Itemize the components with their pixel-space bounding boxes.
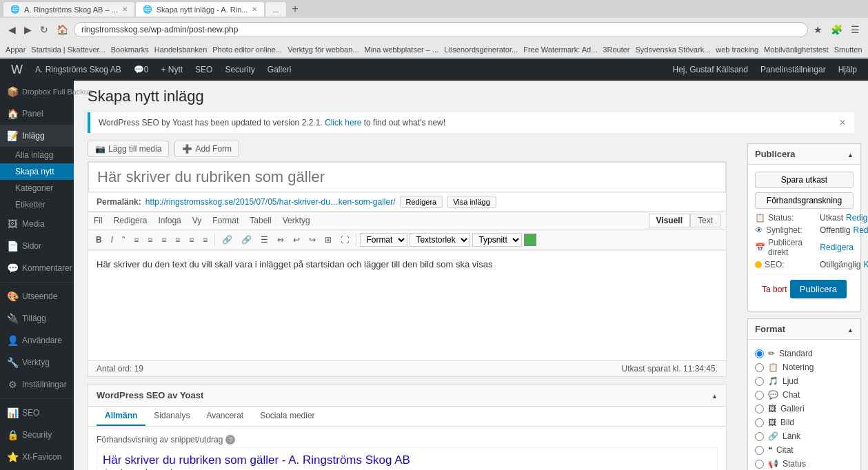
home-button[interactable]: 🏠 <box>54 23 71 37</box>
sidebar-item-kommentarer[interactable]: 💬 Kommentarer <box>0 257 74 279</box>
yoast-header[interactable]: WordPress SEO av Yoast <box>88 385 726 407</box>
link-button[interactable]: 🔗 <box>219 233 236 247</box>
wp-logo[interactable]: W <box>6 63 28 77</box>
typsnitt-select[interactable]: Typsnitt <box>472 233 522 247</box>
adminbar-galleri[interactable]: Galleri <box>262 59 297 81</box>
format-standard-radio[interactable] <box>755 349 764 358</box>
sidebar-item-utseende[interactable]: 🎨 Utseende <box>0 285 74 307</box>
ordered-list-button[interactable]: ≡ <box>144 233 156 247</box>
menu-tabell[interactable]: Tabell <box>250 216 271 225</box>
insert-more-button[interactable]: ☰ <box>257 233 272 247</box>
format-select[interactable]: Format <box>360 233 407 247</box>
preview-button[interactable]: Förhandsgranskning <box>755 192 854 209</box>
yoast-collapse-icon[interactable] <box>711 390 718 400</box>
permalink-url[interactable]: http://ringstromsskog.se/2015/07/05/har-… <box>145 197 396 207</box>
fullscreen-button[interactable]: ⇔ <box>274 233 287 247</box>
adminbar-seo[interactable]: SEO <box>190 59 218 81</box>
notice-close-icon[interactable]: ✕ <box>839 118 846 127</box>
bookmark-watermark[interactable]: Free Watermark: Ad... <box>523 45 597 54</box>
post-editor-body[interactable]: Här skriver du den text du vill skall va… <box>88 250 726 360</box>
browser-tab-1[interactable]: 🌐 A. Ringströms Skog AB – ... ✕ <box>3 1 135 17</box>
bookmark-appar[interactable]: Appar <box>6 45 26 54</box>
add-media-button[interactable]: 📷 Lägg till media <box>88 141 169 157</box>
delete-button[interactable]: Ta bort <box>762 285 787 294</box>
format-bild-radio[interactable] <box>755 418 764 427</box>
textstorlek-select[interactable]: Textstorlek <box>410 233 470 247</box>
sidebar-item-xt-favicon[interactable]: ⭐ Xt-Favicon <box>0 446 74 468</box>
reload-button[interactable]: ↻ <box>37 23 51 37</box>
sidebar-item-inlagg[interactable]: 📝 Inlägg <box>0 125 74 147</box>
bookmark-losenord[interactable]: Lösenordsgenerator... <box>444 45 518 54</box>
sidebar-item-installningar[interactable]: ⚙ Inställningar <box>0 374 74 396</box>
quote-button[interactable]: " <box>119 233 128 247</box>
undo-button[interactable]: ↩ <box>290 233 303 247</box>
table-button[interactable]: ⊞ <box>321 233 335 247</box>
format-notering-radio[interactable] <box>755 363 764 372</box>
bookmark-mina-webbplatser[interactable]: Mina webbplatser – ... <box>365 45 439 54</box>
format-lank-radio[interactable] <box>755 432 764 441</box>
format-ljud-radio[interactable] <box>755 377 764 386</box>
menu-verktyg[interactable]: Verktyg <box>283 216 310 225</box>
yoast-preview-help-icon[interactable]: ? <box>225 435 235 445</box>
permalink-edit-button[interactable]: Redigera <box>400 196 443 208</box>
back-button[interactable]: ◀ <box>6 23 19 37</box>
format-citat-radio[interactable] <box>755 446 764 455</box>
publish-metabox-header[interactable]: Publicera <box>748 144 860 165</box>
browser-tab-3[interactable]: ... <box>265 1 286 17</box>
visibility-edit-link[interactable]: Redigera <box>853 225 868 235</box>
yoast-tab-allmänn[interactable]: Allmänn <box>97 407 145 426</box>
redo-button[interactable]: ↪ <box>305 233 319 247</box>
sidebar-skapa-nytt[interactable]: Skapa nytt <box>0 163 74 180</box>
menu-vy[interactable]: Vy <box>192 216 202 225</box>
menu-fil[interactable]: Fil <box>94 216 103 225</box>
menu-infoga[interactable]: Infoga <box>158 216 181 225</box>
sidebar-kategorier[interactable]: Kategorier <box>0 180 74 196</box>
bookmark-sydsvenska[interactable]: Sydsvenska Stövark... <box>635 45 710 54</box>
color-picker-button[interactable] <box>524 234 536 246</box>
adminbar-site-name[interactable]: A. Ringströms Skog AB <box>30 59 127 81</box>
format-status-radio[interactable] <box>755 460 764 469</box>
bookmark-verktyg[interactable]: Verktyg för webban... <box>287 45 359 54</box>
italic-button[interactable]: I <box>108 233 117 247</box>
seo-check-link[interactable]: Kolla <box>863 260 868 269</box>
format-chat-radio[interactable] <box>755 391 764 400</box>
sidebar-item-tillagg[interactable]: 🔌 Tillägg <box>0 307 74 329</box>
bookmark-mobil[interactable]: Mobilvänlighetstest <box>764 45 829 54</box>
permalink-view-button[interactable]: Visa inlägg <box>447 196 496 208</box>
bookmark-bookmarks[interactable]: Bookmarks <box>111 45 149 54</box>
adminbar-help[interactable]: Hjälp <box>833 59 862 81</box>
add-form-button[interactable]: ➕ Add Form <box>174 141 239 157</box>
format-collapse-icon[interactable] <box>847 324 854 334</box>
sidebar-etiketter[interactable]: Etiketter <box>0 196 74 213</box>
new-tab-button[interactable]: + <box>290 1 301 17</box>
sidebar-item-seo[interactable]: 📊 SEO <box>0 402 74 424</box>
sidebar-item-dropbox[interactable]: 📦 Dropbox Full Backup <box>0 81 74 103</box>
bold-button[interactable]: B <box>92 233 105 247</box>
text-mode-button[interactable]: Text <box>690 214 720 227</box>
format-galleri-radio[interactable] <box>755 405 764 413</box>
bookmark-smutten[interactable]: Smutten <box>834 45 862 54</box>
post-title-input[interactable] <box>88 162 726 192</box>
adminbar-panel-settings[interactable]: Panelinställningar <box>755 59 831 81</box>
menu-button[interactable]: ☰ <box>848 23 862 37</box>
unlink-button[interactable]: 🔗 <box>238 233 255 247</box>
forward-button[interactable]: ▶ <box>21 23 34 37</box>
align-left-button[interactable]: ≡ <box>158 233 170 247</box>
align-justify-button[interactable]: ≡ <box>199 233 211 247</box>
sidebar-item-media[interactable]: 🖼 Media <box>0 213 74 235</box>
bookmark-3router[interactable]: 3Router <box>603 45 629 54</box>
bookmark-skatteverk[interactable]: Startsida | Skattever... <box>31 45 105 54</box>
yoast-tab-avancerat[interactable]: Avancerat <box>198 407 252 426</box>
adminbar-new[interactable]: + Nytt <box>155 59 188 81</box>
sidebar-alla-inlagg[interactable]: Alla inlägg <box>0 147 74 163</box>
save-draft-button[interactable]: Spara utkast <box>755 172 854 188</box>
menu-format[interactable]: Format <box>212 216 239 225</box>
unordered-list-button[interactable]: ≡ <box>130 233 142 247</box>
bookmark-web-tracking[interactable]: web tracking <box>716 45 758 54</box>
tab-close-1[interactable]: ✕ <box>122 6 128 13</box>
align-center-button[interactable]: ≡ <box>172 233 183 247</box>
tab-close-2[interactable]: ✕ <box>252 6 257 13</box>
publish-date-edit-link[interactable]: Redigera <box>820 243 854 252</box>
adminbar-security[interactable]: Security <box>219 59 260 81</box>
status-edit-link[interactable]: Redigera <box>846 213 868 223</box>
